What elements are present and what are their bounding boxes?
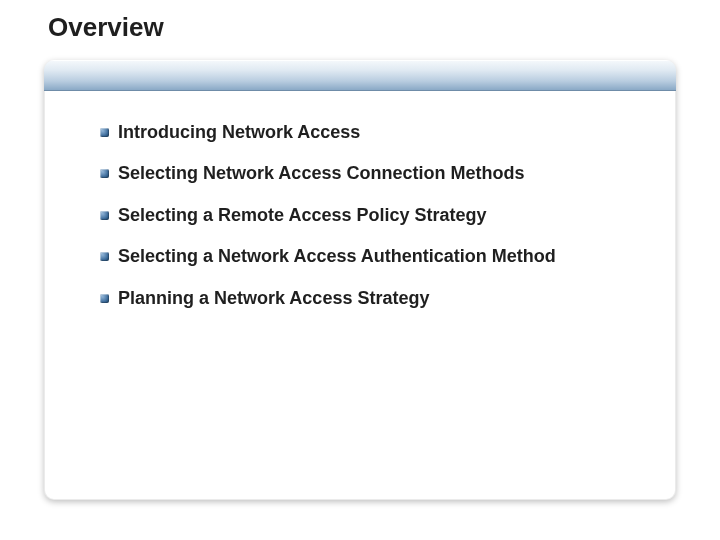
bullet-text: Introducing Network Access <box>118 122 360 142</box>
list-item: Introducing Network Access <box>100 121 646 144</box>
page-title: Overview <box>48 12 164 43</box>
bullet-text: Planning a Network Access Strategy <box>118 288 429 308</box>
bullet-list: Introducing Network Access Selecting Net… <box>100 121 646 310</box>
slide: Overview Introducing Network Access Sele… <box>0 0 720 540</box>
bullet-text: Selecting a Remote Access Policy Strateg… <box>118 205 487 225</box>
list-item: Selecting Network Access Connection Meth… <box>100 162 646 185</box>
panel-header-bar <box>44 60 676 91</box>
bullet-text: Selecting Network Access Connection Meth… <box>118 163 524 183</box>
bullet-text: Selecting a Network Access Authenticatio… <box>118 246 556 266</box>
list-item: Planning a Network Access Strategy <box>100 287 646 310</box>
bullet-icon <box>100 211 109 220</box>
bullet-icon <box>100 294 109 303</box>
list-item: Selecting a Remote Access Policy Strateg… <box>100 204 646 227</box>
list-item: Selecting a Network Access Authenticatio… <box>100 245 646 268</box>
bullet-icon <box>100 252 109 261</box>
content-panel: Introducing Network Access Selecting Net… <box>44 60 676 500</box>
bullet-icon <box>100 128 109 137</box>
bullet-icon <box>100 169 109 178</box>
panel-body: Introducing Network Access Selecting Net… <box>44 91 676 310</box>
